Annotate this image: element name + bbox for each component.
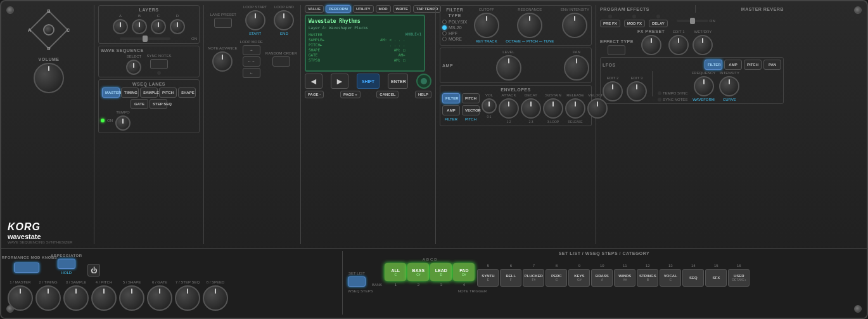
filter-more[interactable]: MORE bbox=[442, 37, 467, 41]
arpeggiator-btn[interactable] bbox=[58, 259, 75, 269]
nav-right-btn[interactable]: ► bbox=[331, 74, 348, 89]
env-decay-knob[interactable] bbox=[521, 98, 541, 119]
loop-mode-fwd[interactable]: → bbox=[243, 45, 260, 55]
write-btn[interactable]: WRITE bbox=[393, 5, 411, 13]
mod-knob-4[interactable] bbox=[91, 285, 117, 311]
layer-c-knob[interactable] bbox=[151, 19, 166, 34]
layer-a-knob[interactable] bbox=[113, 19, 128, 34]
env-sustain-knob[interactable] bbox=[543, 98, 563, 119]
layers-on-slider[interactable] bbox=[120, 37, 170, 40]
page-minus-btn[interactable]: PAGE - bbox=[305, 91, 324, 98]
pad-11[interactable]: WINDS A# bbox=[614, 269, 635, 287]
lfo-freq-knob[interactable] bbox=[694, 76, 714, 96]
wet-dry-knob[interactable] bbox=[692, 35, 713, 55]
lane-stepsq-btn[interactable]: STEP SEQ bbox=[150, 99, 167, 109]
lfo-filter-btn[interactable]: FILTER bbox=[705, 60, 722, 70]
utility-btn[interactable]: UTILITY bbox=[353, 5, 374, 13]
pad-3[interactable]: LEAD D bbox=[430, 263, 452, 281]
value-btn[interactable]: VALUE bbox=[305, 5, 324, 13]
env-attack-knob[interactable] bbox=[499, 98, 519, 119]
pad-5[interactable]: SYNTH E bbox=[477, 269, 499, 287]
lfo-pan-btn[interactable]: PAN bbox=[763, 60, 781, 70]
mod-knob-8[interactable] bbox=[203, 285, 228, 311]
master-on-slider[interactable] bbox=[677, 20, 708, 22]
volume-knob[interactable] bbox=[34, 63, 64, 93]
layer-b-knob[interactable] bbox=[132, 19, 147, 34]
resonance-knob[interactable] bbox=[517, 13, 542, 38]
env-vector-btn[interactable]: VECTOR bbox=[462, 105, 480, 115]
pad-14[interactable]: SEQ bbox=[682, 269, 704, 287]
tempo-knob[interactable] bbox=[115, 115, 131, 131]
tap-tempo-btn[interactable]: TAP TEMPO bbox=[413, 5, 441, 13]
delay-btn[interactable]: DELAY bbox=[649, 20, 668, 27]
pad-1[interactable]: ALL C bbox=[385, 263, 406, 281]
lfo-amp-btn[interactable]: AMP bbox=[724, 60, 742, 70]
env-release-knob[interactable] bbox=[565, 98, 585, 119]
amp-pan-knob[interactable] bbox=[564, 55, 589, 81]
perform-btn[interactable]: PERFORM bbox=[326, 5, 351, 13]
mod-btn[interactable]: MOD bbox=[376, 5, 391, 13]
effect-type-btn[interactable] bbox=[608, 45, 625, 55]
layer-d-knob[interactable] bbox=[170, 19, 185, 34]
mod-knob-3[interactable] bbox=[63, 285, 89, 311]
enter-btn[interactable]: ENTER bbox=[388, 74, 408, 89]
pad-15[interactable]: SFX bbox=[705, 269, 727, 287]
env-intensity-knob[interactable] bbox=[562, 13, 587, 38]
cancel-btn[interactable]: CANCEL bbox=[376, 91, 399, 98]
mod-fx-btn[interactable]: MOD FX bbox=[624, 20, 645, 27]
lfo-edit2-knob[interactable] bbox=[603, 81, 623, 101]
loop-mode-rev[interactable]: ← bbox=[243, 68, 260, 78]
env-amp-btn[interactable]: AMP bbox=[442, 105, 460, 115]
perf-mod-btn[interactable] bbox=[14, 263, 39, 273]
env-vol-knob[interactable] bbox=[482, 98, 497, 114]
mod-knob-2[interactable] bbox=[35, 285, 61, 311]
lfo-intensity-knob[interactable] bbox=[719, 76, 739, 96]
cutoff-knob[interactable] bbox=[474, 13, 499, 38]
pad-10[interactable]: BRASS A bbox=[591, 269, 613, 287]
pad-6[interactable]: BELL F bbox=[500, 269, 521, 287]
loop-end-knob[interactable] bbox=[274, 10, 294, 30]
lane-gate-btn[interactable]: GATE bbox=[131, 99, 148, 109]
lane-master-btn[interactable]: MASTER bbox=[102, 88, 120, 98]
mod-knob-6[interactable] bbox=[147, 285, 172, 311]
pad-4[interactable]: PAD D# bbox=[453, 263, 475, 281]
filter-hpf[interactable]: HPF bbox=[442, 31, 467, 36]
pad-12[interactable]: STRINGS B bbox=[637, 269, 658, 287]
pre-fx-btn[interactable]: PRE FX bbox=[600, 20, 620, 27]
power-btn[interactable]: ⏻ bbox=[87, 264, 100, 277]
env-pitch-btn[interactable]: PITCH bbox=[462, 93, 480, 103]
layer-selector[interactable]: B D A C bbox=[27, 8, 71, 52]
korg-wheel[interactable] bbox=[416, 74, 431, 89]
env-filter-btn[interactable]: FILTER bbox=[442, 93, 460, 103]
random-order-btn[interactable] bbox=[272, 56, 290, 67]
loop-start-knob[interactable] bbox=[245, 10, 265, 30]
lfo-pitch-btn[interactable]: PITCH bbox=[744, 60, 762, 70]
ws-sync-notes-btn[interactable] bbox=[150, 59, 168, 69]
edit1-knob[interactable] bbox=[668, 35, 689, 55]
shift-btn[interactable]: SHIFT bbox=[357, 74, 380, 89]
lane-timing-btn[interactable]: TIMING bbox=[121, 88, 139, 98]
pad-16[interactable]: USER OCTAVE+ bbox=[728, 269, 750, 287]
pad-7[interactable]: PLUCKED F# bbox=[523, 269, 544, 287]
loop-mode-bk[interactable]: ←→ bbox=[243, 56, 260, 67]
mod-knob-5[interactable] bbox=[119, 285, 144, 311]
lane-sample-btn[interactable]: SAMPLE bbox=[140, 88, 158, 98]
pad-8[interactable]: PERC G bbox=[546, 269, 567, 287]
ws-select-knob[interactable] bbox=[126, 60, 141, 75]
mod-knob-1[interactable] bbox=[8, 285, 33, 311]
pad-9[interactable]: KEYS G# bbox=[568, 269, 590, 287]
note-advance-knob[interactable] bbox=[212, 51, 233, 72]
filter-ms20[interactable]: MS-20 bbox=[442, 25, 467, 30]
lane-preset-btn[interactable] bbox=[214, 18, 232, 28]
lane-pitch-btn[interactable]: PITCH bbox=[159, 88, 177, 98]
pad-2[interactable]: BASS C# bbox=[407, 263, 429, 281]
nav-left-btn[interactable]: ◄ bbox=[305, 74, 322, 89]
amp-level-knob[interactable] bbox=[496, 55, 521, 81]
filter-polysix[interactable]: POLYSIX bbox=[442, 20, 467, 24]
set-list-btn[interactable] bbox=[348, 277, 366, 287]
fx-preset-knob[interactable] bbox=[641, 35, 661, 55]
pad-13[interactable]: VOCAL C bbox=[660, 269, 681, 287]
env-velocity-knob[interactable] bbox=[587, 98, 608, 119]
mod-knob-7[interactable] bbox=[175, 285, 200, 311]
help-btn[interactable]: HELP bbox=[415, 91, 431, 98]
